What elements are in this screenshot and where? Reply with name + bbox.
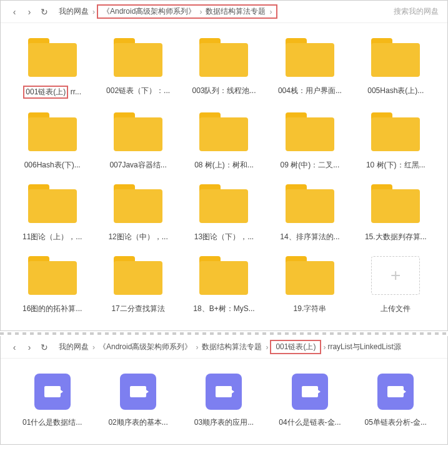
folder-item[interactable]: 19.字符串 — [267, 252, 352, 318]
crumb-root[interactable]: 我的网盘 — [57, 342, 91, 352]
video-label: 01什么是数据结... — [22, 417, 82, 428]
folder-label: 18、B+树：MyS... — [193, 304, 254, 314]
video-item[interactable]: 05单链表分析-金... — [353, 370, 439, 432]
refresh-button[interactable]: ↻ — [37, 4, 52, 19]
refresh-button[interactable]: ↻ — [37, 340, 52, 355]
folder-icon — [371, 112, 420, 151]
chevron-right-icon: › — [91, 7, 97, 16]
folder-item[interactable]: 11图论（上），... — [9, 181, 95, 246]
back-button[interactable]: ‹ — [7, 4, 22, 19]
folder-label: 14、排序算法的... — [280, 232, 339, 242]
folder-label: 19.字符串 — [294, 304, 327, 314]
folder-label: 13图论（下），... — [194, 232, 254, 242]
folder-icon — [199, 112, 248, 151]
video-icon — [206, 374, 242, 410]
folder-icon — [28, 184, 77, 223]
crumb-current[interactable]: 001链表(上) — [274, 342, 317, 352]
folder-item[interactable]: 006Hash表(下)... — [9, 109, 95, 174]
folder-item[interactable]: 18、B+树：MyS... — [181, 252, 267, 318]
folder-icon — [114, 256, 162, 295]
forward-button[interactable]: › — [22, 4, 37, 19]
video-item[interactable]: 02顺序表的基本... — [95, 370, 181, 432]
plus-icon: + — [371, 256, 420, 295]
folder-icon — [199, 184, 248, 223]
chevron-right-icon: › — [197, 7, 204, 16]
folder-item[interactable]: 001链表(上) rr... — [9, 34, 95, 102]
video-label: 05单链表分析-金... — [365, 417, 427, 428]
upload-label: 上传文件 — [381, 304, 411, 314]
crumb-topic[interactable]: 数据结构算法专题 — [200, 342, 264, 352]
folder-item[interactable]: 005Hash表(上)... — [353, 34, 439, 102]
folder-label: 007Java容器结... — [109, 160, 166, 171]
folder-icon — [286, 256, 334, 295]
folder-label: 17二分查找算法 — [111, 304, 164, 314]
folder-item[interactable]: 10 树(下)：红黑... — [353, 109, 439, 174]
folder-label: 006Hash表(下)... — [24, 160, 81, 171]
folder-label: 16图的的拓补算... — [22, 304, 82, 314]
folder-item[interactable]: 004栈：用户界面... — [267, 34, 352, 102]
video-icon — [377, 374, 414, 410]
folder-label: 001链表(上) rr... — [23, 86, 81, 99]
folder-label: 005Hash表(上)... — [367, 86, 424, 96]
folder-label: 15.大数据判存算... — [365, 232, 427, 242]
crumb-series[interactable]: 《Android高级架构师系列》 — [97, 342, 194, 352]
highlighted-path: 《Android高级架构师系列》 › 数据结构算法专题 › — [97, 4, 277, 19]
file-browser-pane-1: ‹ › ↻ 我的网盘 › 《Android高级架构师系列》 › 数据结构算法专题… — [0, 0, 448, 331]
file-browser-pane-2: ‹ › ↻ 我的网盘 › 《Android高级架构师系列》 › 数据结构算法专题… — [0, 336, 448, 445]
folder-label: 004栈：用户界面... — [278, 86, 342, 96]
video-label: 04什么是链表-金... — [279, 417, 341, 428]
toolbar: ‹ › ↻ 我的网盘 › 《Android高级架构师系列》 › 数据结构算法专题… — [1, 1, 447, 23]
chevron-right-icon: › — [321, 343, 327, 352]
folder-item[interactable]: 16图的的拓补算... — [9, 252, 95, 318]
folder-icon — [199, 38, 248, 77]
video-label: 03顺序表的应用... — [194, 417, 254, 428]
folder-label: 11图论（上），... — [22, 232, 82, 242]
folder-icon — [114, 184, 162, 223]
crumb-topic[interactable]: 数据结构算法专题 — [204, 6, 267, 17]
breadcrumb: 我的网盘 › 《Android高级架构师系列》 › 数据结构算法专题 › 001… — [57, 340, 441, 354]
folder-label: 10 树(下)：红黑... — [366, 160, 426, 171]
search-input[interactable]: 搜索我的网盘 — [394, 6, 441, 17]
video-item[interactable]: 04什么是链表-金... — [267, 370, 352, 432]
video-label: 02顺序表的基本... — [108, 417, 167, 428]
highlighted-crumb: 001链表(上) — [270, 340, 321, 354]
folder-label: 09 树(中)：二叉... — [281, 160, 340, 171]
folder-label: 12图论（中），... — [108, 232, 167, 242]
toolbar: ‹ › ↻ 我的网盘 › 《Android高级架构师系列》 › 数据结构算法专题… — [1, 336, 447, 359]
folder-icon — [114, 112, 162, 151]
video-item[interactable]: 01什么是数据结... — [9, 370, 95, 432]
video-grid: 01什么是数据结...02顺序表的基本...03顺序表的应用...04什么是链表… — [1, 359, 447, 444]
video-item[interactable]: 03顺序表的应用... — [181, 370, 267, 432]
folder-icon — [114, 38, 162, 77]
folder-item[interactable]: 12图论（中），... — [95, 181, 181, 246]
folder-label: 002链表（下）：... — [106, 86, 170, 96]
folder-item[interactable]: 08 树(上)：树和... — [181, 109, 267, 174]
folder-icon — [28, 112, 77, 151]
chevron-right-icon: › — [91, 343, 97, 352]
folder-grid: 001链表(上) rr...002链表（下）：...003队列：线程池...00… — [1, 23, 447, 330]
folder-item[interactable]: 13图论（下），... — [181, 181, 267, 246]
crumb-trail[interactable]: rrayList与LinkedList源 — [327, 342, 401, 352]
video-icon — [34, 374, 71, 410]
folder-item[interactable]: 09 树(中)：二叉... — [267, 109, 352, 174]
folder-item[interactable]: 14、排序算法的... — [267, 181, 352, 246]
folder-item[interactable]: 002链表（下）：... — [95, 34, 181, 102]
folder-icon — [371, 184, 420, 223]
folder-item[interactable]: 003队列：线程池... — [181, 34, 267, 102]
folder-item[interactable]: 007Java容器结... — [95, 109, 181, 174]
folder-icon — [28, 38, 77, 77]
forward-button[interactable]: › — [22, 340, 37, 355]
folder-icon — [286, 112, 334, 151]
video-icon — [292, 374, 328, 410]
folder-item[interactable]: 15.大数据判存算... — [353, 181, 439, 246]
back-button[interactable]: ‹ — [7, 340, 22, 355]
folder-icon — [199, 256, 248, 295]
folder-label: 003队列：线程池... — [192, 86, 256, 96]
folder-icon — [286, 38, 334, 77]
folder-item[interactable]: 17二分查找算法 — [95, 252, 181, 318]
folder-icon — [371, 38, 420, 77]
crumb-root[interactable]: 我的网盘 — [57, 6, 91, 17]
crumb-series[interactable]: 《Android高级架构师系列》 — [101, 6, 197, 17]
upload-button[interactable]: +上传文件 — [353, 252, 439, 318]
chevron-right-icon: › — [194, 343, 200, 352]
